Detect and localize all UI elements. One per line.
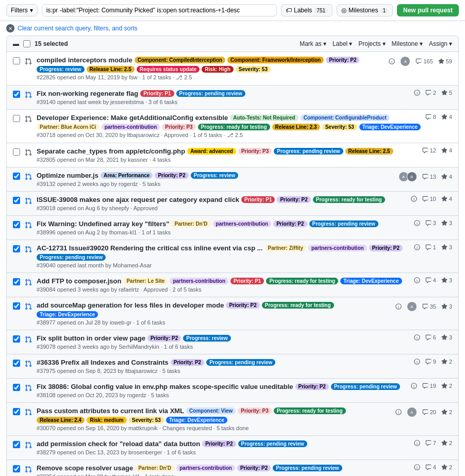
issue-checkbox[interactable] [13, 360, 20, 367]
pr-icon [24, 245, 32, 253]
issue-title[interactable]: Separate cache_types from app/etc/config… [37, 147, 185, 155]
issue-title[interactable]: Optimize number.js [37, 172, 98, 179]
issue-right: 12 4 [422, 147, 452, 154]
issue-right: 1 A 165 59 [389, 56, 452, 66]
chevron-down-icon: ▾ [30, 7, 33, 14]
label-action[interactable]: Label ▾ [333, 40, 352, 47]
issue-label: Priority: P2 [237, 465, 271, 471]
issue-label: Progress: ready for testing [266, 278, 338, 284]
clear-bar: ✕ Clear current search query, filters, a… [0, 21, 465, 36]
issue-label: partners-contribution [102, 124, 160, 130]
issue-title[interactable]: Fix split button in order view page [37, 334, 145, 342]
issue-right: 1 4 3 [414, 277, 452, 283]
filters-button[interactable]: Filters ▾ [6, 4, 38, 16]
collapse-icon[interactable]: ▬ [13, 40, 19, 47]
issue-checkbox[interactable] [13, 384, 20, 391]
assign-action[interactable]: Assign ▾ [429, 40, 452, 47]
issue-checkbox[interactable] [13, 465, 20, 472]
milestone-icon: ◎ [341, 7, 346, 14]
pr-icon [24, 335, 32, 344]
issue-content: Fix non-working regenerate flag Priority… [37, 90, 410, 105]
svg-text:1: 1 [416, 222, 418, 225]
issue-checkbox[interactable] [13, 115, 20, 122]
issue-title[interactable]: Pass custom attributes to current link v… [37, 407, 184, 415]
issue-checkbox[interactable] [13, 278, 20, 285]
issues-container: ▬ 15 selected Mark as ▾ Label ▾ Projects… [6, 36, 459, 476]
issue-title[interactable]: Add FTP to composer.json [37, 277, 121, 285]
issue-checkbox[interactable] [13, 441, 20, 448]
pr-icon [24, 302, 32, 311]
issue-checkbox[interactable] [13, 302, 20, 310]
issue-content: Fix Warning: Undefined array key "filter… [37, 220, 410, 235]
issue-label: Priority: P2 [295, 383, 329, 390]
issue-title[interactable]: Fix non-working regenerate flag [37, 90, 138, 97]
projects-action[interactable]: Projects ▾ [358, 40, 385, 47]
issue-label: Triage: DevExperience [359, 124, 421, 130]
milestone-action[interactable]: Milestone ▾ [392, 40, 423, 47]
ci-status: 1 [414, 440, 420, 446]
vote-count: 59 [438, 58, 452, 64]
avatar-group: AB [398, 172, 417, 182]
issue-label: Priority: P2 [171, 359, 204, 366]
clear-text[interactable]: Clear current search query, filters, and… [18, 25, 138, 32]
issue-checkbox[interactable] [13, 91, 20, 98]
issue-number-date: #38279 opened on Dec 13, 2023 by brosenb… [37, 449, 196, 455]
issue-checkbox[interactable] [13, 148, 20, 156]
issue-label: Priority: P2 [273, 220, 307, 227]
issue-number-date: #39040 opened last month by Mohamed-Asar [37, 262, 152, 268]
issue-title[interactable]: Developer Experience: Make getAdditional… [37, 114, 228, 122]
issue-title-line: add permission check for "reload data" d… [37, 440, 410, 448]
issue-checkbox[interactable] [13, 335, 20, 343]
issue-title[interactable]: AC-12731 Issue#39020 Rendering the criti… [37, 244, 263, 252]
issue-checkbox[interactable] [13, 221, 20, 228]
label-chevron-icon: ▾ [349, 40, 352, 47]
table-row: Developer Experience: Make getAdditional… [7, 110, 458, 143]
issue-title[interactable]: Remove scope resolver usage [37, 464, 133, 472]
new-pr-button[interactable]: New pull request [397, 4, 459, 16]
issue-right: 1 6 3 [414, 334, 452, 341]
vote-count: 4 [441, 196, 452, 202]
issue-label: Partner: Ziffity [265, 245, 306, 251]
labels-label: Labels [294, 7, 312, 14]
issue-label: Component: View [186, 407, 236, 414]
mark-as-action[interactable]: Mark as ▾ [300, 40, 326, 47]
ci-status: 1 [395, 409, 402, 415]
labels-button[interactable]: 🏷 Labels 751 [281, 4, 333, 16]
issue-title[interactable]: Fix 38086: Global config value in env.ph… [37, 383, 293, 390]
issue-label: Progress: pending review [309, 220, 378, 227]
issue-title[interactable]: add permission check for "reload data" d… [37, 440, 200, 448]
clear-x-button[interactable]: ✕ [6, 24, 14, 32]
search-input[interactable] [42, 4, 277, 16]
milestones-count: 1 [380, 8, 388, 13]
issue-label: Progress: pending review [274, 148, 343, 155]
issue-right: 2 10 4 [411, 196, 452, 202]
issue-checkbox[interactable] [13, 408, 20, 415]
header-actions: Mark as ▾ Label ▾ Projects ▾ Milestone ▾… [300, 40, 452, 47]
issue-title[interactable]: compiled interceptors module [37, 56, 132, 64]
select-all-checkbox[interactable] [23, 40, 30, 47]
mark-as-chevron-icon: ▾ [323, 40, 326, 47]
pr-icon [24, 384, 32, 392]
milestone-chevron-icon: ▾ [420, 40, 423, 47]
issue-checkbox[interactable] [13, 197, 20, 204]
pr-icon [24, 57, 32, 65]
issue-checkbox[interactable] [13, 57, 20, 64]
comment-count: 165 [416, 58, 433, 64]
issue-label: Partner: Dn'D [171, 220, 210, 227]
table-row: add sourceMap generation for less files … [7, 297, 458, 330]
issue-label: Risk: medium [87, 417, 127, 423]
issue-title[interactable]: ISSUE-39008 makes one ajax request per c… [37, 196, 239, 203]
svg-text:1: 1 [416, 336, 418, 339]
issue-checkbox[interactable] [13, 173, 20, 180]
pr-icon [24, 115, 32, 123]
issue-label: Risk: High [202, 66, 233, 73]
comment-count: 1 [425, 244, 436, 250]
issue-number-date: #38108 opened on Oct 20, 2023 by rogerdz… [37, 392, 169, 398]
issue-title[interactable]: #36336 Prefix all Indexes and Constraint… [37, 359, 169, 366]
issue-title[interactable]: add sourceMap generation for less files … [37, 301, 224, 309]
issue-title[interactable]: Fix Warning: Undefined array key "filter… [37, 220, 169, 228]
issue-checkbox[interactable] [13, 245, 20, 252]
vote-count: 2 [441, 383, 452, 389]
ci-status: 1 [414, 277, 420, 283]
milestones-button[interactable]: ◎ Milestones 1 [337, 4, 393, 16]
